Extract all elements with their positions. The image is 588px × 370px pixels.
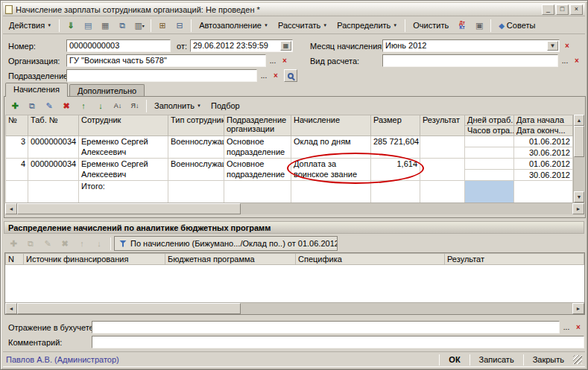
calculate-button[interactable]: Рассчитать ▼ — [274, 18, 332, 33]
organization-field[interactable]: ГУ "Воинская часть 5678" — [66, 54, 266, 67]
cell-hours-worked[interactable] — [465, 147, 514, 159]
cell-result[interactable] — [420, 181, 465, 203]
cell-org-department[interactable]: Основное подразделение — [224, 136, 291, 159]
organization-select-button[interactable]: ... — [267, 54, 279, 67]
maximize-button[interactable]: □ — [556, 4, 569, 15]
move-down-button[interactable]: ↓ — [91, 236, 107, 251]
number-field[interactable]: 00000000003 — [66, 39, 171, 52]
scrollbar-track[interactable] — [241, 203, 572, 214]
copy-row-button[interactable]: ⧉ — [22, 236, 39, 251]
cell-employee-type[interactable] — [168, 181, 224, 203]
cell-days-worked[interactable] — [465, 136, 514, 147]
scroll-left-button[interactable]: ◄ — [5, 203, 17, 214]
cell-amount[interactable] — [371, 181, 420, 203]
calc-type-select-button[interactable]: ... — [559, 54, 571, 67]
cell-result[interactable] — [420, 159, 465, 181]
ok-button[interactable]: ОК — [441, 353, 467, 367]
organization-clear-button[interactable]: × — [279, 54, 291, 67]
cell-result[interactable] — [420, 136, 465, 159]
copy-row-button[interactable]: ⧉ — [24, 98, 40, 113]
scroll-left-button[interactable]: ◄ — [5, 303, 17, 314]
cell-employee[interactable]: Еременко Сергей Алексеевич — [79, 136, 168, 159]
scrollbar-thumb[interactable] — [574, 126, 584, 157]
cell-hours-worked[interactable] — [465, 170, 514, 181]
cell-date-end[interactable]: 30.06.2012 — [514, 147, 573, 159]
scrollbar-track[interactable] — [241, 303, 572, 314]
cell-date-start[interactable]: 01.06.2012 — [514, 159, 573, 170]
cell-num[interactable]: 4 — [6, 159, 28, 181]
distribute-button[interactable]: Распределить ▼ — [332, 18, 402, 33]
cell-num[interactable]: 3 — [6, 136, 28, 159]
comment-field[interactable] — [92, 336, 584, 348]
tab-additional[interactable]: Дополнительно — [69, 84, 145, 97]
pick-button[interactable]: Подбор — [206, 98, 244, 113]
scroll-up-button[interactable]: ▲ — [574, 115, 584, 126]
save-button[interactable]: Записать — [472, 353, 522, 367]
cell-employee-type[interactable]: Военнослужащ... — [168, 159, 224, 181]
print-button[interactable]: ▥▾ — [131, 18, 148, 33]
horizontal-scrollbar[interactable]: ◄ ► — [5, 302, 584, 314]
scrollbar-thumb[interactable] — [17, 303, 241, 314]
accounting-select-button[interactable]: ... — [560, 321, 572, 334]
totals-label[interactable]: Итого: — [79, 181, 168, 203]
vertical-scrollbar[interactable]: ▲ ▼ — [573, 115, 584, 202]
horizontal-scrollbar[interactable]: ◄ ► — [5, 202, 584, 214]
posting-results-button[interactable]: Дт Кт — [454, 18, 470, 33]
date-field[interactable]: 29.06.2012 23:59:59 ▦ — [190, 39, 293, 52]
cell-amount[interactable]: 1,614 — [371, 159, 420, 181]
minimize-button[interactable]: _ — [542, 4, 554, 15]
move-down-button[interactable]: ↓ — [92, 98, 109, 113]
cell-amount[interactable]: 285 721,604 — [371, 136, 420, 159]
add-row-button[interactable]: ✚ — [5, 236, 22, 251]
cell-employee[interactable]: Еременко Сергей Алексеевич — [79, 159, 168, 181]
selected-cell[interactable] — [465, 181, 514, 203]
month-dropdown-button[interactable]: ▼ — [547, 41, 558, 51]
cell-days-worked[interactable] — [465, 159, 514, 170]
structure-button[interactable]: ⊞ — [154, 18, 171, 33]
actions-button[interactable]: Действия ▼ — [4, 18, 56, 33]
department-clear-button[interactable]: × — [270, 69, 282, 82]
delete-row-button[interactable]: ✖ — [57, 236, 73, 251]
scrollbar-thumb[interactable] — [17, 203, 241, 214]
tab-accruals[interactable]: Начисления — [5, 83, 68, 97]
cell-date-end[interactable]: 30.06.2012 — [514, 170, 573, 181]
cell-accrual[interactable] — [291, 181, 371, 203]
accounting-clear-button[interactable]: × — [572, 321, 584, 334]
copy-document-button[interactable]: ⧉ — [114, 18, 130, 33]
cell-org-department[interactable]: Основное подразделение — [224, 159, 291, 181]
cell-accrual[interactable]: Доплата за воинское звание — [291, 159, 371, 181]
journal-button[interactable]: ▦ — [97, 18, 113, 33]
cell-num[interactable] — [6, 181, 28, 203]
scroll-down-button[interactable]: ▼ — [574, 191, 584, 202]
cell-org-department[interactable] — [224, 181, 291, 203]
edit-row-button[interactable]: ✎ — [39, 236, 56, 251]
resize-grip[interactable] — [573, 355, 582, 364]
close-button[interactable]: × — [570, 4, 583, 15]
cell-date[interactable] — [514, 181, 573, 203]
scroll-right-button[interactable]: ► — [572, 303, 584, 314]
fill-button[interactable]: Заполнить ▼ — [150, 98, 206, 113]
cell-accrual[interactable]: Оклад по дням — [291, 136, 371, 159]
frame-button[interactable]: ▣ — [471, 18, 487, 33]
tree-button[interactable]: ⊟ — [171, 18, 188, 33]
department-field[interactable] — [66, 69, 257, 82]
month-clear-button[interactable]: × — [561, 39, 573, 52]
post-document-button[interactable]: ⇓ — [63, 18, 79, 33]
sort-asc-button[interactable]: А↓ — [110, 98, 126, 113]
department-select-button[interactable]: ... — [258, 69, 270, 82]
cell-employee-type[interactable]: Военнослужащ... — [168, 136, 224, 159]
cell-tab-num[interactable] — [28, 181, 79, 203]
filter-toggle-button[interactable]: По начислению (Бижумано.../Оклад по..) о… — [114, 236, 338, 251]
sort-desc-button[interactable]: Я↓ — [127, 98, 143, 113]
close-form-button[interactable]: Закрыть — [525, 353, 572, 367]
documents-list-button[interactable]: ▤ — [80, 18, 96, 33]
add-row-button[interactable]: ✚ — [7, 98, 23, 113]
cell-date-start[interactable]: 01.06.2012 — [514, 136, 573, 147]
move-up-button[interactable]: ↑ — [74, 236, 90, 251]
move-up-button[interactable]: ↑ — [75, 98, 92, 113]
delete-row-button[interactable]: ✖ — [58, 98, 75, 113]
autofill-button[interactable]: Автозаполнение ▼ — [195, 18, 273, 33]
cell-tab-num[interactable]: 0000000034 — [28, 159, 79, 181]
calc-type-field[interactable] — [382, 54, 558, 67]
cell-tab-num[interactable]: 0000000034 — [28, 136, 79, 159]
